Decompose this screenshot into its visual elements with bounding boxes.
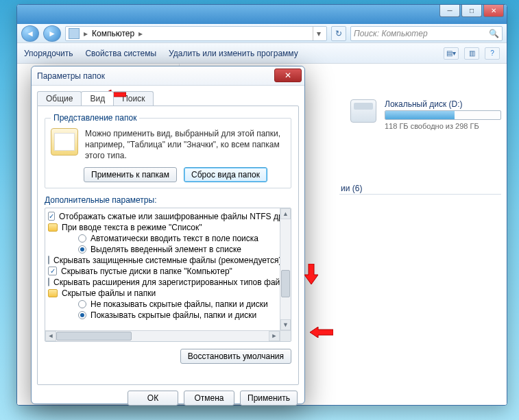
preview-pane-button[interactable]: ▥ xyxy=(464,47,479,60)
scroll-down-button[interactable]: ▼ xyxy=(280,319,291,330)
address-bar: ◄ ► ▸ Компьютер ▸ ▾ ↻ Поиск: Компьютер 🔍 xyxy=(17,24,507,43)
cmd-organize[interactable]: Упорядочить xyxy=(24,49,73,58)
search-icon: 🔍 xyxy=(489,29,499,38)
cmd-properties[interactable]: Свойства системы xyxy=(85,49,156,58)
scroll-right-button[interactable]: ► xyxy=(269,331,280,341)
nav-back-button[interactable]: ◄ xyxy=(21,25,39,42)
tree-node[interactable]: Скрывать защищенные системные файлы (рек… xyxy=(47,255,278,266)
horizontal-scroll-thumb[interactable] xyxy=(56,332,132,341)
folders-icon xyxy=(51,128,78,156)
tree-node-label: Отображать сжатые или зашифрованные файл… xyxy=(59,212,280,221)
radio-button[interactable] xyxy=(78,234,86,243)
tree-node-label: Выделять введенный элемент в списке xyxy=(90,245,241,254)
cancel-button[interactable]: Отмена xyxy=(184,391,234,406)
ok-button[interactable]: ОК xyxy=(128,391,178,406)
tab-view[interactable]: Вид xyxy=(81,91,114,106)
vertical-scrollbar[interactable]: ▲ ▼ xyxy=(280,208,291,330)
drive-item[interactable]: Локальный диск (D:) 118 ГБ свободно из 2… xyxy=(350,99,501,130)
radio-button[interactable] xyxy=(78,300,86,308)
reset-folders-button[interactable]: Сброс вида папок xyxy=(184,167,267,182)
device-group-header[interactable]: ии (6) xyxy=(341,184,362,193)
minimize-button[interactable]: ─ xyxy=(439,5,460,17)
tree-node[interactable]: Скрытые файлы и папки xyxy=(47,288,278,299)
tree-node-label: Не показывать скрытые файлы, папки и дис… xyxy=(90,299,268,309)
tree-node[interactable]: Выделять введенный элемент в списке xyxy=(47,244,278,255)
scroll-left-button[interactable]: ◄ xyxy=(45,331,56,341)
computer-icon xyxy=(69,28,80,39)
address-dropdown[interactable]: ▾ xyxy=(313,27,324,40)
folder-icon xyxy=(48,289,58,297)
nav-forward-button[interactable]: ► xyxy=(43,25,61,42)
tree-node[interactable]: Автоматически вводить текст в поле поиск… xyxy=(47,233,278,244)
capacity-fill xyxy=(385,111,455,119)
address-field[interactable]: ▸ Компьютер ▸ ▾ xyxy=(65,26,327,41)
tree-node[interactable]: Показывать скрытые файлы, папки и диски xyxy=(47,310,278,321)
advanced-settings-tree: ✓Отображать сжатые или зашифрованные фай… xyxy=(45,208,291,342)
folder-views-group: Представление папок Можно применить вид,… xyxy=(45,113,291,188)
dialog-titlebar[interactable]: Параметры папок ✕ xyxy=(32,66,304,86)
vertical-scroll-thumb[interactable] xyxy=(281,270,290,297)
group-divider xyxy=(339,194,501,195)
svg-marker-1 xyxy=(304,264,318,284)
checkbox[interactable]: ✓ xyxy=(48,212,55,221)
tree-node-label: Скрывать защищенные системные файлы (рек… xyxy=(53,256,280,265)
folder-icon xyxy=(48,223,58,232)
tree-node[interactable]: При вводе текста в режиме "Список" xyxy=(47,222,278,233)
dialog-button-row: ОК Отмена Применить xyxy=(32,391,304,412)
checkbox[interactable] xyxy=(48,256,49,264)
restore-defaults-button[interactable]: Восстановить умолчания xyxy=(180,349,291,364)
refresh-button[interactable]: ↻ xyxy=(331,26,346,41)
command-bar: Упорядочить Свойства системы Удалить или… xyxy=(17,43,507,64)
folder-views-legend: Представление папок xyxy=(51,113,139,123)
search-placeholder: Поиск: Компьютер xyxy=(354,29,428,38)
dialog-title-text: Параметры папок xyxy=(37,71,105,81)
tab-view-panel: Представление папок Можно применить вид,… xyxy=(37,106,299,385)
drive-free-text: 118 ГБ свободно из 298 ГБ xyxy=(385,122,501,130)
tree-viewport[interactable]: ✓Отображать сжатые или зашифрованные фай… xyxy=(45,208,280,330)
folder-views-text: Можно применить вид, выбранный для этой … xyxy=(85,128,285,162)
help-button[interactable]: ? xyxy=(485,47,500,60)
svg-marker-2 xyxy=(310,327,333,338)
tree-node-label: Скрытые файлы и папки xyxy=(62,288,156,298)
tree-node-label: Скрывать пустые диски в папке "Компьютер… xyxy=(61,267,232,276)
tree-node[interactable]: Не показывать скрытые файлы, папки и дис… xyxy=(47,299,278,310)
hard-drive-icon xyxy=(350,99,376,123)
tree-node-label: Скрывать расширения для зарегистрированн… xyxy=(53,277,280,287)
drive-name: Локальный диск (D:) xyxy=(385,99,501,109)
annotation-arrow-scroll-down xyxy=(304,264,318,284)
scroll-up-button[interactable]: ▲ xyxy=(280,208,291,219)
tree-node-label: Показывать скрытые файлы, папки и диски xyxy=(90,310,256,320)
chevron-right-icon[interactable]: ▸ xyxy=(82,29,89,38)
tree-node[interactable]: ✓Скрывать пустые диски в папке "Компьюте… xyxy=(47,266,278,277)
dialog-tabs: Общие Вид Поиск xyxy=(37,91,299,106)
radio-button[interactable] xyxy=(78,245,86,254)
explorer-titlebar[interactable]: ─ □ ✕ xyxy=(17,5,507,24)
tab-general[interactable]: Общие xyxy=(37,91,82,106)
cmd-uninstall[interactable]: Удалить или изменить программу xyxy=(169,49,298,58)
capacity-bar xyxy=(385,110,501,120)
folder-options-dialog: Параметры папок ✕ Общие Вид Поиск Предст… xyxy=(31,66,305,404)
scroll-corner xyxy=(280,330,291,341)
checkbox[interactable] xyxy=(48,277,49,286)
breadcrumb-item[interactable]: Компьютер xyxy=(92,29,134,38)
checkbox[interactable]: ✓ xyxy=(48,267,57,275)
dialog-close-button[interactable]: ✕ xyxy=(274,69,302,82)
maximize-button[interactable]: □ xyxy=(461,5,482,17)
advanced-settings-label: Дополнительные параметры: xyxy=(45,195,291,205)
radio-button[interactable] xyxy=(78,311,86,319)
tree-node-label: Автоматически вводить текст в поле поиск… xyxy=(90,234,258,243)
view-options-button[interactable]: ▤▾ xyxy=(444,47,459,60)
tree-node-label: При вводе текста в режиме "Список" xyxy=(62,223,202,232)
search-box[interactable]: Поиск: Компьютер 🔍 xyxy=(350,26,503,41)
tree-node[interactable]: Скрывать расширения для зарегистрированн… xyxy=(47,277,278,288)
annotation-arrow-option xyxy=(310,327,333,338)
chevron-right-icon[interactable]: ▸ xyxy=(137,29,144,38)
apply-to-folders-button[interactable]: Применить к папкам xyxy=(84,167,177,182)
horizontal-scrollbar[interactable]: ◄ ► xyxy=(45,330,280,341)
close-button[interactable]: ✕ xyxy=(483,5,504,17)
tree-node[interactable]: ✓Отображать сжатые или зашифрованные фай… xyxy=(47,211,278,222)
apply-button[interactable]: Применить xyxy=(240,391,298,406)
